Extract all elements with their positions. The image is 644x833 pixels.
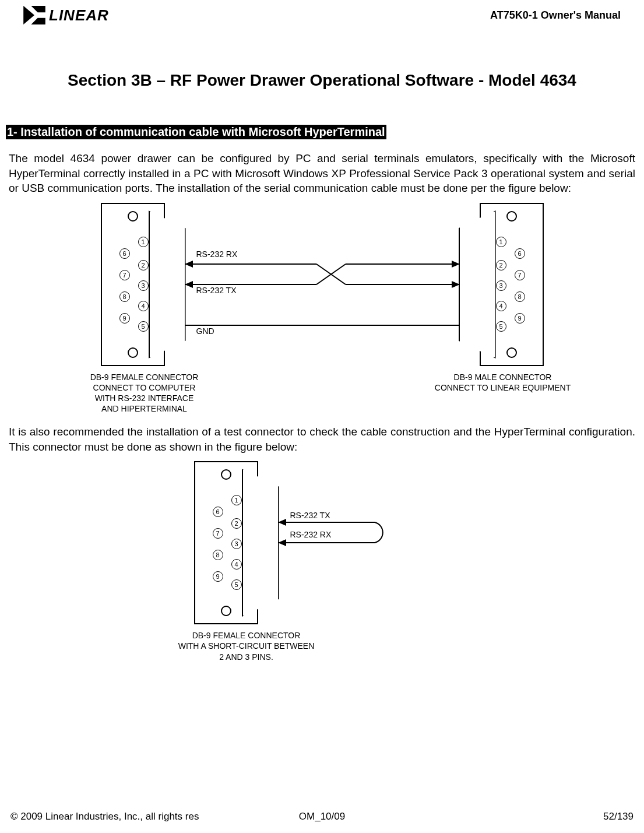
- label-gnd: GND: [196, 326, 214, 336]
- footer-doc-id: OM_10/09: [299, 811, 345, 823]
- page-header: LINEAR AT75K0-1 Owner's Manual: [6, 0, 638, 36]
- svg-marker-0: [23, 6, 34, 24]
- pin: 3: [496, 280, 506, 291]
- label-tx-2: RS-232 TX: [290, 511, 330, 520]
- svg-marker-12: [452, 261, 460, 268]
- pin: 5: [231, 579, 242, 590]
- loopback-icon: [258, 461, 433, 624]
- wiring-icon: [165, 203, 480, 366]
- pin: 2: [231, 518, 242, 529]
- pin: 6: [515, 248, 525, 259]
- pin: 5: [138, 321, 149, 332]
- manual-title: AT75K0-1 Owner's Manual: [490, 9, 621, 22]
- pin: 9: [515, 313, 525, 324]
- svg-marker-17: [278, 539, 286, 546]
- paragraph-1: The model 4634 power drawer can be confi…: [9, 151, 635, 196]
- pin: 7: [119, 270, 130, 280]
- caption-left-connector: DB-9 FEMALE CONNECTOR CONNECT TO COMPUTE…: [72, 372, 217, 414]
- pin: 6: [119, 248, 130, 259]
- pin: 1: [496, 237, 506, 247]
- svg-marker-7: [452, 281, 460, 288]
- section-title: Section 3B – RF Power Drawer Operational…: [17, 71, 627, 90]
- pin: 4: [231, 559, 242, 570]
- label-rx: RS-232 RX: [196, 249, 238, 259]
- footer-page-number: 52/139: [603, 811, 634, 823]
- pin: 7: [213, 528, 223, 539]
- db9-male-connector-right: 1 2 3 4 5 6 7 8 9: [480, 203, 544, 366]
- pin: 3: [231, 539, 242, 549]
- caption-right-connector: DB-9 MALE CONNECTOR CONNECT TO LINEAR EQ…: [416, 372, 590, 393]
- svg-marker-16: [278, 519, 286, 526]
- pin: 2: [138, 260, 149, 270]
- db9-female-test-connector: 1 2 3 4 5 6 7 8 9: [194, 461, 258, 624]
- logo: LINEAR: [23, 6, 109, 24]
- pin: 9: [119, 313, 130, 324]
- sub-heading-1: 1- Installation of communication cable w…: [6, 125, 386, 139]
- label-rx-2: RS-232 RX: [290, 530, 332, 539]
- pin: 7: [515, 270, 525, 280]
- footer-copyright: © 2009 Linear Industries, Inc., all righ…: [10, 811, 199, 823]
- pin: 1: [138, 237, 149, 247]
- pin: 4: [496, 301, 506, 311]
- label-tx: RS-232 TX: [196, 286, 237, 295]
- diagram-test-connector: 1 2 3 4 5 6 7 8 9 RS-232 TX RS-232 RX DB…: [6, 461, 638, 659]
- pin: 6: [213, 507, 223, 517]
- pin: 2: [496, 260, 506, 270]
- pin: 5: [496, 321, 506, 332]
- pin: 3: [138, 280, 149, 291]
- pin: 8: [119, 291, 130, 302]
- paragraph-2: It is also recommended the installation …: [9, 424, 635, 454]
- db9-female-connector-left: 1 2 3 4 5 6 7 8 9: [101, 203, 165, 366]
- logo-text: LINEAR: [49, 6, 109, 24]
- svg-marker-6: [185, 261, 193, 268]
- pin: 8: [515, 291, 525, 302]
- svg-marker-1: [31, 6, 45, 12]
- logo-icon: [23, 6, 45, 24]
- svg-marker-11: [185, 281, 193, 288]
- svg-marker-2: [31, 18, 45, 24]
- caption-test-connector: DB-9 FEMALE CONNECTOR WITH A SHORT-CIRCU…: [159, 630, 334, 662]
- diagram-cable: 1 2 3 4 5 6 7 8 9 1 2 3 4 5 6 7 8 9: [6, 203, 638, 419]
- page-footer: © 2009 Linear Industries, Inc., all righ…: [6, 811, 638, 823]
- pin: 8: [213, 550, 223, 560]
- pin: 9: [213, 571, 223, 582]
- pin: 1: [231, 495, 242, 505]
- pin: 4: [138, 301, 149, 311]
